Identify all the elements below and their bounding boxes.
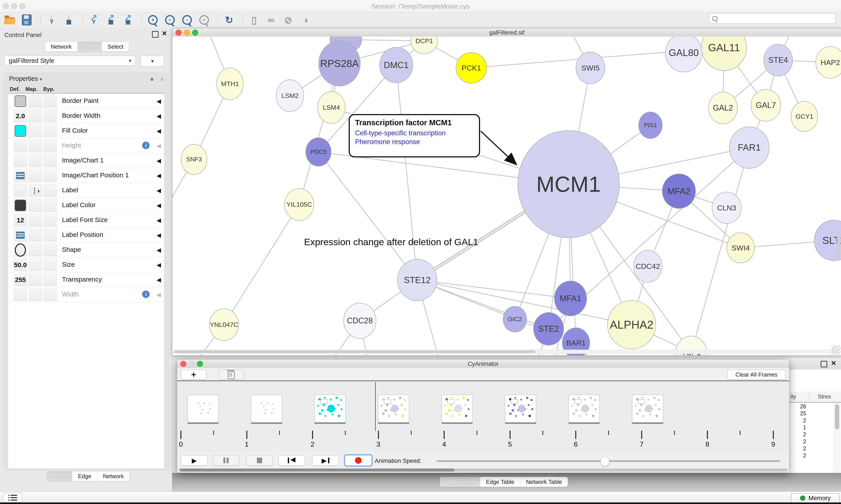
property-row-border-paint[interactable]: Border Paint◀ [8, 93, 164, 109]
expand-row-icon[interactable]: ◀ [157, 202, 161, 209]
bypass-cell[interactable] [43, 125, 57, 137]
float-panel-icon[interactable] [152, 31, 159, 38]
pause-button[interactable] [213, 455, 239, 466]
network-node-swi5[interactable]: SWI5 [576, 52, 605, 84]
export-table-icon[interactable]: ↗▦ [105, 14, 117, 26]
network-node-pck1[interactable]: PCK1 [456, 52, 487, 84]
network-node-yil105c[interactable]: YIL105C [284, 188, 314, 221]
expand-row-icon[interactable]: ◀ [157, 217, 161, 224]
mapping-cell[interactable] [29, 258, 42, 271]
frame-thumbnail-7[interactable] [632, 395, 663, 422]
bypass-cell[interactable] [43, 95, 57, 108]
network-node-hap2[interactable]: HAP2 [816, 46, 841, 78]
mapping-cell[interactable] [29, 214, 42, 227]
mapping-cell[interactable] [29, 244, 42, 256]
export-network-icon[interactable]: ↗Y [88, 14, 100, 26]
property-row-shape[interactable]: Shape◀ [8, 242, 164, 257]
network-document-icon[interactable]: ▯ [248, 14, 260, 26]
network-node-gic2[interactable]: GIC2 [503, 306, 527, 332]
network-node-cdc28[interactable]: CDC28 [343, 303, 376, 339]
animation-speed-handle[interactable] [601, 456, 609, 466]
style-options-button[interactable]: ▾ [141, 56, 164, 67]
chevron-down-icon[interactable]: ▾ [40, 76, 42, 82]
skip-to-start-button[interactable]: ▶ [279, 455, 305, 466]
mapping-cell[interactable] [29, 169, 42, 182]
close-panel-icon[interactable]: ✕ [162, 31, 167, 36]
zoom-out-icon[interactable]: − [164, 14, 176, 26]
birds-eye-icon[interactable]: ∞ [265, 14, 277, 26]
property-row-label-font-size[interactable]: 12Label Font Size◀ [8, 213, 164, 228]
save-session-icon[interactable] [21, 14, 33, 26]
property-row-label[interactable]: ⋮›Label◀ [8, 183, 164, 198]
bypass-cell[interactable] [43, 199, 57, 212]
memory-button[interactable]: Memory [791, 493, 840, 503]
tab-style[interactable]: Style [77, 42, 102, 51]
property-row-image-chart-position-1[interactable]: Image/Chart Position 1◀ [8, 168, 164, 183]
bypass-cell[interactable] [43, 214, 57, 227]
network-node-ynl047c[interactable]: YNL047C [209, 308, 239, 341]
mapping-cell[interactable] [29, 110, 42, 122]
network-node-lsm2[interactable]: LSM2 [276, 79, 304, 112]
style-selector[interactable]: galFiltered Style ▾ [4, 56, 136, 66]
frame-thumbnail-0[interactable] [187, 395, 219, 422]
default-value-cell[interactable]: 2.0 [14, 110, 27, 122]
tab-network[interactable]: Network [45, 42, 77, 51]
clear-all-frames-button[interactable]: Clear All Frames [727, 370, 786, 380]
frame-thumbnail-4[interactable] [442, 395, 472, 422]
cyanimator-hscrollbar[interactable] [179, 469, 788, 472]
table-vscrollbar[interactable] [834, 403, 841, 473]
network-node-rps28a[interactable]: RPS28A [319, 41, 360, 86]
frame-thumbnail-5[interactable] [505, 395, 536, 422]
expand-row-icon[interactable]: ◀ [157, 172, 161, 179]
tab-network[interactable]: Network [97, 471, 129, 481]
mapping-cell[interactable]: ⋮› [29, 184, 42, 197]
task-history-button[interactable] [3, 493, 22, 502]
network-node-gal11[interactable]: GAL11 [701, 37, 747, 71]
network-node-gal80[interactable]: GAL80 [665, 37, 702, 72]
network-vscrollbar[interactable] [837, 236, 840, 258]
network-node-alpha2[interactable]: ALPHA2 [607, 300, 656, 349]
cyanimator-titlebar[interactable]: CyAnimator [177, 360, 789, 368]
default-value-cell[interactable]: 50.0 [14, 258, 27, 271]
expand-row-icon[interactable]: ◀ [157, 232, 161, 239]
network-node-cln3[interactable]: CLN3 [712, 192, 741, 224]
bypass-cell[interactable] [43, 110, 57, 122]
skip-to-end-button[interactable]: ▶ [312, 455, 339, 466]
callout-link[interactable]: Cell-type-specific transcription [355, 129, 474, 138]
network-node-mfa1[interactable]: MFA1 [554, 281, 587, 316]
expand-row-icon[interactable]: ◀ [157, 143, 161, 149]
column-header[interactable]: Stres [818, 393, 831, 400]
network-node-ste4[interactable]: STE4 [764, 44, 793, 76]
expand-row-icon[interactable]: ◀ [157, 113, 161, 120]
zoom-in-icon[interactable]: + [147, 14, 159, 26]
mapping-cell[interactable] [29, 273, 42, 286]
info-icon[interactable]: i [142, 142, 149, 149]
tab-network-table[interactable]: Network Table [520, 477, 568, 487]
default-value-cell[interactable] [14, 140, 27, 152]
bypass-cell[interactable] [43, 244, 57, 256]
frame-thumbnail-3[interactable] [378, 395, 409, 422]
record-button[interactable] [345, 455, 372, 466]
network-node-swi4[interactable]: SWI4 [727, 233, 755, 263]
timeline-playhead[interactable] [375, 382, 376, 431]
network-node-far1[interactable]: FAR1 [729, 127, 769, 168]
network-node-ste12[interactable]: STE12 [397, 259, 437, 301]
import-table-icon[interactable]: ↓▦ [62, 14, 75, 26]
network-node-dcp1[interactable]: DCP1 [411, 37, 438, 54]
annotation-callout[interactable]: Transcription factor MCM1 Cell-type-spec… [349, 114, 480, 158]
frame-thumbnail-1[interactable] [251, 395, 282, 422]
default-value-cell[interactable] [14, 184, 27, 197]
network-node-snf3[interactable]: SNF3 [181, 144, 207, 175]
default-value-cell[interactable] [14, 169, 27, 182]
property-row-label-position[interactable]: Label Position◀ [8, 228, 164, 242]
timeline[interactable]: 0123456789 Seconds [177, 381, 789, 451]
open-session-icon[interactable] [3, 14, 16, 26]
default-value-cell[interactable] [14, 125, 27, 137]
column-header[interactable]: ity [790, 393, 796, 400]
network-hscrollbar[interactable] [173, 350, 837, 354]
show-details-icon[interactable]: ◑ [299, 14, 311, 26]
mapping-cell[interactable] [29, 288, 42, 301]
tab-select[interactable]: Select [102, 42, 129, 51]
network-node-dmc1[interactable]: DMC1 [379, 47, 413, 83]
network-node-gal7[interactable]: GAL7 [751, 89, 781, 122]
